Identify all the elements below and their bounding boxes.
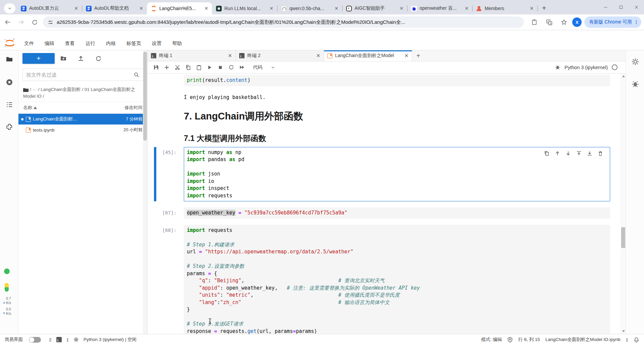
trust-shield-icon[interactable] bbox=[507, 337, 513, 343]
file-browser-tab[interactable] bbox=[5, 55, 13, 63]
menu-标签页[interactable]: 标签页 bbox=[121, 38, 147, 49]
file-row[interactable]: LangChain全面剖析...7 分钟前 bbox=[18, 114, 147, 125]
browser-tab[interactable]: AutoDL算力云✕ bbox=[17, 2, 82, 14]
tab-close-icon[interactable]: ✕ bbox=[228, 53, 232, 59]
markdown-cell[interactable]: 7. LangChain调用外部函数 bbox=[148, 110, 612, 123]
new-folder-button[interactable] bbox=[55, 53, 72, 63]
tab-close-icon[interactable]: ✕ bbox=[464, 5, 470, 11]
restart-run-all-button[interactable] bbox=[237, 63, 247, 72]
tab-close-icon[interactable]: ✕ bbox=[268, 5, 274, 11]
tab-close-icon[interactable]: ✕ bbox=[529, 5, 535, 11]
table-of-contents-tab[interactable] bbox=[5, 101, 13, 109]
tab-close-icon[interactable]: ✕ bbox=[316, 53, 320, 59]
sidebar-scrollbar-thumb[interactable] bbox=[143, 52, 147, 141]
menu-内核[interactable]: 内核 bbox=[101, 38, 121, 49]
cell-collapser[interactable] bbox=[154, 147, 156, 202]
file-filter-input[interactable] bbox=[26, 72, 133, 78]
sidebar-scrollbar[interactable] bbox=[143, 50, 147, 334]
browser-tab[interactable]: AIGC智能助手✕ bbox=[342, 2, 407, 14]
move-cell-up-button[interactable] bbox=[554, 150, 561, 157]
menu-编辑[interactable]: 编辑 bbox=[39, 38, 60, 49]
tab-close-icon[interactable]: ✕ bbox=[404, 53, 409, 59]
copy-cell-button[interactable] bbox=[183, 63, 193, 72]
browser-tab[interactable]: openweather 百...✕ bbox=[407, 2, 472, 14]
cursor-position[interactable]: 行 6, 列 15 bbox=[518, 337, 540, 343]
kernel-name[interactable]: Python 3 (ipykernel) bbox=[565, 65, 608, 70]
cell-collapser[interactable] bbox=[154, 225, 156, 334]
file-filter-box[interactable] bbox=[22, 68, 143, 81]
paste-cell-button[interactable] bbox=[194, 63, 204, 72]
markdown-cell[interactable]: 7.1 大模型调用外部函数 bbox=[148, 133, 612, 144]
scroll-down-icon[interactable] bbox=[622, 330, 625, 333]
notebook-scrollbar-thumb[interactable] bbox=[621, 227, 625, 248]
bookmark-button[interactable] bbox=[558, 16, 570, 28]
tab-close-icon[interactable]: ✕ bbox=[73, 5, 79, 11]
profile-avatar[interactable]: X bbox=[572, 17, 582, 27]
browser-tab[interactable]: Run LLMs local...✕ bbox=[212, 2, 277, 14]
window-minimize-button[interactable] bbox=[598, 0, 613, 14]
interrupt-kernel-button[interactable] bbox=[215, 63, 225, 72]
tab-close-icon[interactable]: ✕ bbox=[398, 5, 405, 11]
browser-tab[interactable]: Members✕ bbox=[472, 2, 537, 14]
browser-tab[interactable]: LangChain%E5...✕ bbox=[147, 2, 212, 14]
insert-cell-above-button[interactable] bbox=[575, 150, 583, 157]
extension-manager-tab[interactable] bbox=[5, 123, 13, 131]
workspace-tab[interactable]: $_终端 2✕ bbox=[236, 50, 324, 61]
menu-帮助[interactable]: 帮助 bbox=[167, 38, 187, 49]
browser-tab[interactable]: qwen:0.5b-cha...✕ bbox=[277, 2, 342, 14]
code-cell[interactable]: print(result.content) bbox=[148, 75, 610, 86]
cell-type-dropdown[interactable]: 代码 bbox=[253, 64, 275, 70]
window-close-button[interactable] bbox=[629, 0, 644, 14]
workspace-tab[interactable]: $_终端 1✕ bbox=[148, 50, 236, 61]
duplicate-cell-button[interactable] bbox=[543, 150, 550, 157]
browser-tab[interactable]: AutoDL帮助文档✕ bbox=[82, 2, 147, 14]
column-name[interactable]: 名称 bbox=[23, 105, 37, 111]
simple-mode-toggle[interactable] bbox=[29, 337, 41, 343]
tab-search-button[interactable] bbox=[4, 3, 15, 13]
kernel-sessions-icon[interactable] bbox=[73, 337, 79, 342]
scroll-up-icon[interactable] bbox=[622, 75, 625, 78]
back-button[interactable] bbox=[2, 16, 13, 28]
home-folder-icon[interactable] bbox=[23, 88, 29, 92]
running-sessions-tab[interactable] bbox=[5, 78, 13, 86]
window-maximize-button[interactable] bbox=[613, 0, 629, 14]
property-inspector-tab[interactable] bbox=[631, 58, 639, 66]
cell-collapser[interactable] bbox=[154, 75, 156, 86]
menu-设置[interactable]: 设置 bbox=[147, 38, 167, 49]
delete-cell-button[interactable] bbox=[597, 150, 604, 157]
bell-icon[interactable] bbox=[634, 337, 639, 343]
code-cell[interactable]: [67]:open_weather_key = "5c939a7cc59eb86… bbox=[148, 207, 610, 219]
save-button[interactable] bbox=[151, 63, 161, 72]
translate-button[interactable]: G文 bbox=[543, 16, 555, 28]
add-workspace-tab-button[interactable]: + bbox=[412, 50, 424, 61]
menu-运行[interactable]: 运行 bbox=[80, 38, 101, 49]
notebook-scrollbar[interactable] bbox=[621, 73, 626, 334]
code-cell[interactable]: [68]:import requests # Step 1.构建请求url = … bbox=[148, 225, 610, 334]
workspace-tab[interactable]: LangChain全面剖析之Model✕ bbox=[324, 50, 412, 61]
new-launcher-button[interactable]: + bbox=[22, 53, 55, 64]
breadcrumb[interactable]: / ··· / LangChain全面剖析 / 01 LangChain全面剖析… bbox=[18, 84, 147, 102]
debugger-panel-tab[interactable] bbox=[631, 80, 639, 88]
new-tab-button[interactable]: + bbox=[539, 3, 549, 13]
reload-button[interactable] bbox=[29, 16, 40, 28]
debugger-icon[interactable] bbox=[555, 64, 560, 70]
kernel-status-text[interactable]: Python 3 (ipykernel) | 空闲 bbox=[84, 337, 137, 343]
cell-input-editor[interactable]: open_weather_key = "5c939a7cc59eb8696f4c… bbox=[184, 207, 610, 219]
file-row[interactable]: tests.ipynb20 小时前 bbox=[18, 125, 147, 135]
chrome-update-button[interactable]: 有新版 Chrome 可用 bbox=[584, 16, 641, 28]
tab-close-icon[interactable]: ✕ bbox=[138, 5, 144, 11]
url-text[interactable]: a262535-9cba-725345d6.westc.gpuhub.com:8… bbox=[57, 19, 519, 26]
restart-kernel-button[interactable] bbox=[226, 63, 236, 72]
kernel-status-icon[interactable] bbox=[612, 64, 618, 70]
save-to-device-button[interactable] bbox=[529, 16, 540, 28]
move-cell-down-button[interactable] bbox=[565, 150, 572, 157]
run-cell-button[interactable] bbox=[205, 63, 215, 72]
cut-cell-button[interactable] bbox=[172, 63, 182, 72]
forward-button[interactable] bbox=[15, 16, 27, 28]
upload-button[interactable] bbox=[72, 53, 90, 63]
refresh-button[interactable] bbox=[90, 53, 107, 63]
code-cell[interactable]: [45]:import numpy as npimport pandas as … bbox=[148, 147, 610, 202]
cell-input-editor[interactable]: import requests # Step 1.构建请求url = "http… bbox=[184, 225, 610, 334]
site-settings-icon[interactable] bbox=[48, 19, 53, 25]
menu-文件[interactable]: 文件 bbox=[19, 38, 39, 49]
